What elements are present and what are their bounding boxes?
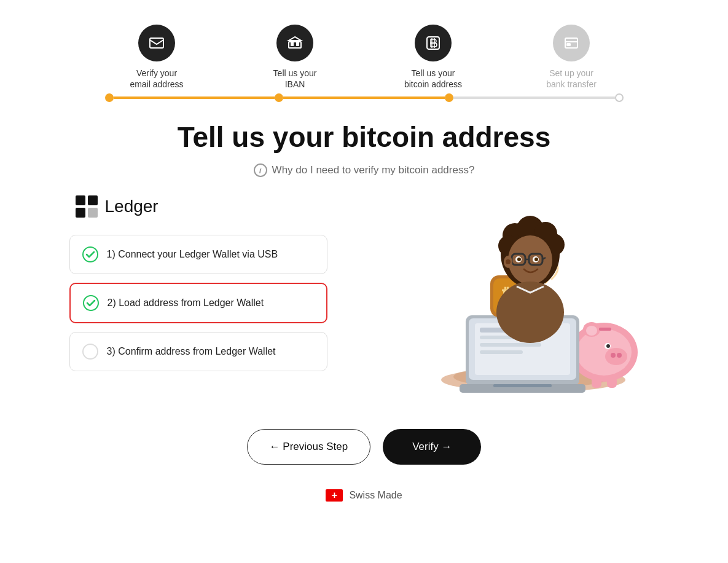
svg-rect-11 [88,195,98,205]
svg-point-22 [617,353,622,358]
dot-2 [275,93,283,102]
svg-rect-3 [297,42,299,45]
bitcoin-icon [425,34,442,52]
svg-point-21 [611,353,616,358]
step-3: Tell us your bitcoin address [364,25,503,90]
dot-3 [445,93,453,102]
svg-rect-13 [88,208,98,218]
ledger-logo-icon [76,195,98,218]
svg-rect-27 [592,377,601,388]
left-panel: Ledger 1) Connect your Ledger Wallet via… [69,195,327,380]
line-1 [114,96,275,99]
ledger-step-3: 3) Confirm address from Ledger Wallet [69,332,327,371]
step3-label: Tell us your bitcoin address [404,68,462,90]
step-2: Tell us your IBAN [226,25,364,90]
svg-point-61 [506,259,511,264]
svg-rect-29 [599,328,611,331]
step1-label: Verify your email address [130,68,183,90]
subtitle-row: i Why do I need to verify my bitcoin add… [178,163,551,177]
title-section: Tell us your bitcoin address i Why do I … [178,120,551,177]
transfer-icon [563,34,580,52]
swiss-flag [326,489,343,502]
right-panel: ₿ [401,195,659,404]
page-wrapper: Verify your email address Tell us your I… [0,0,728,563]
step3-icon [415,25,452,61]
illustration-svg: ₿ [413,195,647,404]
svg-point-26 [586,326,597,336]
svg-point-20 [605,348,627,365]
subtitle-text: Why do I need to verify my bitcoin addre… [272,164,475,176]
svg-rect-28 [607,377,617,388]
line-3 [453,96,615,99]
spinner-icon [82,344,98,360]
step1-icon [138,25,175,61]
step4-icon [553,25,590,61]
ledger-step-1: 1) Connect your Ledger Wallet via USB [69,235,327,274]
ledger-step2-label: 2) Load address from Ledger Wallet [108,297,264,309]
step2-label: Tell us your IBAN [273,68,317,90]
step4-label: Set up your bank transfer [546,68,597,90]
ledger-brand-text: Ledger [105,197,159,216]
check-icon-2 [83,295,99,311]
svg-point-62 [496,282,564,343]
step-4: Set up your bank transfer [503,25,641,90]
svg-rect-2 [291,42,293,45]
buttons-row: ← Previous Step Verify → [247,429,482,465]
ledger-step3-label: 3) Confirm address from Ledger Wallet [107,346,276,357]
ledger-step1-label: 1) Connect your Ledger Wallet via USB [107,249,278,260]
dot-1 [105,93,114,102]
step-1: Verify your email address [88,25,226,90]
svg-point-50 [508,235,552,285]
previous-button[interactable]: ← Previous Step [247,429,371,465]
footer-label: Swiss Made [349,490,402,501]
step2-icon [276,25,313,61]
svg-rect-9 [567,44,570,45]
dot-4 [615,93,624,102]
svg-point-14 [83,247,98,262]
svg-rect-12 [76,208,85,218]
svg-rect-36 [480,350,523,354]
ledger-logo: Ledger [76,195,327,218]
footer: Swiss Made [326,489,402,502]
svg-rect-35 [480,343,541,347]
line-2 [283,96,445,99]
svg-rect-0 [150,38,163,48]
verify-button[interactable]: Verify → [383,429,481,465]
info-icon[interactable]: i [254,163,267,177]
svg-rect-7 [565,38,577,48]
svg-point-15 [84,296,98,310]
svg-rect-10 [76,195,85,205]
check-icon-1 [82,246,98,262]
svg-point-57 [517,258,521,261]
main-content: Ledger 1) Connect your Ledger Wallet via… [69,195,659,404]
svg-point-24 [606,344,610,348]
ledger-step-2: 2) Load address from Ledger Wallet [69,283,327,323]
svg-point-59 [534,258,538,261]
svg-rect-38 [493,384,552,387]
bank-icon [286,34,303,52]
page-title: Tell us your bitcoin address [178,120,551,154]
progress-section: Verify your email address Tell us your I… [0,25,728,102]
email-icon [148,34,165,52]
